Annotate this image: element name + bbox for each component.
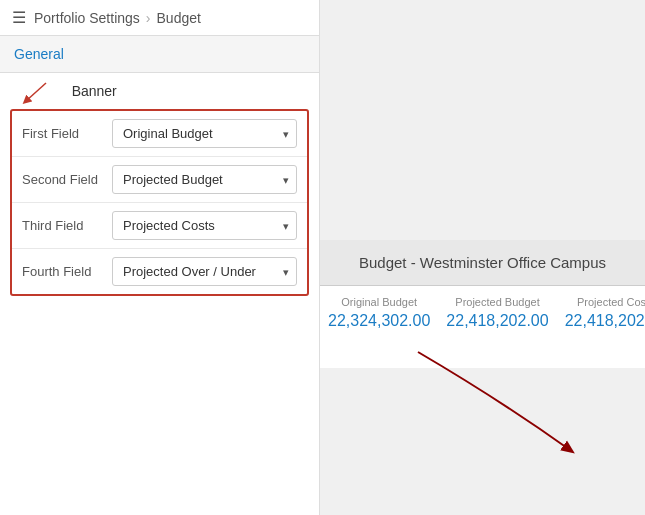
menu-icon[interactable]: ☰: [12, 8, 26, 27]
settings-panel: ☰ Portfolio Settings › Budget General: [0, 0, 320, 515]
page-container: ☰ Portfolio Settings › Budget General: [0, 0, 645, 515]
second-field-select[interactable]: Original Budget Projected Budget Project…: [112, 165, 297, 194]
third-field-label: Third Field: [22, 218, 112, 233]
field-row-first: First Field Original Budget Projected Bu…: [12, 111, 307, 157]
first-field-select-wrapper[interactable]: Original Budget Projected Budget Project…: [112, 119, 297, 148]
projected-costs-label: Projected Costs: [565, 296, 645, 308]
general-link[interactable]: General: [14, 46, 64, 62]
projected-costs-value: 22,418,202.00: [565, 312, 645, 330]
breadcrumb-separator: ›: [146, 10, 151, 26]
breadcrumb-root: Portfolio Settings: [34, 10, 140, 26]
main-preview: Budget - Westminster Office Campus Origi…: [320, 0, 645, 515]
first-field-label: First Field: [22, 126, 112, 141]
fourth-field-label: Fourth Field: [22, 264, 112, 279]
second-field-label: Second Field: [22, 172, 112, 187]
original-budget-value: 22,324,302.00: [328, 312, 430, 330]
budget-col-projected-costs: Projected Costs 22,418,202.00: [557, 296, 645, 354]
third-field-select-wrapper[interactable]: Original Budget Projected Budget Project…: [112, 211, 297, 240]
third-field-select[interactable]: Original Budget Projected Budget Project…: [112, 211, 297, 240]
field-row-fourth: Fourth Field Original Budget Projected B…: [12, 249, 307, 294]
fourth-field-select[interactable]: Original Budget Projected Budget Project…: [112, 257, 297, 286]
projected-budget-value: 22,418,202.00: [446, 312, 548, 330]
banner-label: Banner: [72, 83, 117, 99]
top-bar: ☰ Portfolio Settings › Budget: [0, 0, 319, 36]
budget-values-row: Original Budget 22,324,302.00 Projected …: [320, 286, 645, 368]
panel-nav: General: [0, 36, 319, 73]
budget-preview: Budget - Westminster Office Campus Origi…: [320, 240, 645, 368]
projected-budget-label: Projected Budget: [446, 296, 548, 308]
first-field-select[interactable]: Original Budget Projected Budget Project…: [112, 119, 297, 148]
original-budget-label: Original Budget: [328, 296, 430, 308]
budget-col-projected-budget: Projected Budget 22,418,202.00: [438, 296, 556, 354]
fourth-field-select-wrapper[interactable]: Original Budget Projected Budget Project…: [112, 257, 297, 286]
field-row-second: Second Field Original Budget Projected B…: [12, 157, 307, 203]
budget-col-original: Original Budget 22,324,302.00: [320, 296, 438, 354]
second-field-select-wrapper[interactable]: Original Budget Projected Budget Project…: [112, 165, 297, 194]
budget-title: Budget - Westminster Office Campus: [320, 240, 645, 286]
fields-section: First Field Original Budget Projected Bu…: [10, 109, 309, 296]
breadcrumb: Portfolio Settings › Budget: [34, 10, 201, 26]
svg-line-0: [26, 83, 46, 101]
breadcrumb-current: Budget: [157, 10, 201, 26]
field-row-third: Third Field Original Budget Projected Bu…: [12, 203, 307, 249]
banner-arrow-icon: [14, 79, 64, 107]
